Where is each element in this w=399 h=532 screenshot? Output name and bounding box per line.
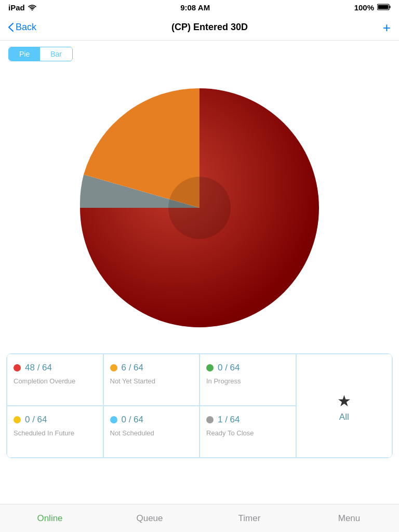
dot-orange <box>110 364 117 371</box>
card-value-scheduled-future: 0 / 64 <box>25 415 47 425</box>
page-title: (CP) Entered 30D <box>171 22 248 33</box>
status-left: iPad <box>8 3 36 12</box>
carrier-label: iPad <box>8 3 25 12</box>
back-button[interactable]: Back <box>8 22 36 33</box>
dot-gray <box>206 416 214 423</box>
card-label-completion-overdue: Completion Overdue <box>14 377 75 386</box>
pie-chart <box>70 78 329 338</box>
svg-point-4 <box>168 177 231 239</box>
card-value-in-progress: 0 / 64 <box>218 363 240 373</box>
battery-icon <box>377 3 391 12</box>
wifi-icon <box>28 3 36 12</box>
svg-rect-2 <box>390 6 391 8</box>
battery-label: 100% <box>354 3 374 12</box>
card-label-not-yet-started: Not Yet Started <box>110 377 155 386</box>
card-label-in-progress: In Progress <box>206 377 241 386</box>
status-right: 100% <box>354 3 391 12</box>
card-value-not-yet-started: 6 / 64 <box>122 363 144 373</box>
tab-menu[interactable]: Menu <box>299 504 399 532</box>
segment-pie[interactable]: Pie <box>9 47 40 61</box>
chart-area <box>0 68 399 353</box>
dot-teal <box>110 416 117 423</box>
status-time: 9:08 AM <box>180 3 210 12</box>
svg-rect-3 <box>378 5 389 9</box>
card-in-progress[interactable]: 0 / 64 In Progress <box>200 354 296 406</box>
dot-yellow <box>14 416 21 423</box>
star-icon: ★ <box>337 392 351 410</box>
card-all[interactable]: ★ All <box>296 354 393 458</box>
card-label-ready-to-close: Ready To Close <box>206 429 254 438</box>
segment-bar[interactable]: Bar <box>40 47 72 61</box>
tab-queue[interactable]: Queue <box>100 504 200 532</box>
dot-red <box>14 364 21 371</box>
tab-bar: Online Queue Timer Menu <box>0 504 399 532</box>
all-label: All <box>339 412 349 422</box>
card-not-yet-started[interactable]: 6 / 64 Not Yet Started <box>103 354 200 406</box>
segment-control: Pie Bar <box>8 47 73 61</box>
card-value-not-scheduled: 0 / 64 <box>122 415 144 425</box>
card-label-scheduled-future: Scheduled In Future <box>14 429 74 438</box>
tab-timer[interactable]: Timer <box>200 504 299 532</box>
status-bar: iPad 9:08 AM 100% <box>0 0 399 15</box>
card-not-scheduled[interactable]: 0 / 64 Not Scheduled <box>103 406 200 458</box>
tab-online[interactable]: Online <box>0 504 100 532</box>
card-completion-overdue[interactable]: 48 / 64 Completion Overdue <box>7 354 103 406</box>
card-ready-to-close[interactable]: 1 / 64 Ready To Close <box>200 406 296 458</box>
card-scheduled-future[interactable]: 0 / 64 Scheduled In Future <box>7 406 103 458</box>
add-button[interactable]: + <box>383 21 391 34</box>
nav-bar: Back (CP) Entered 30D + <box>0 15 399 41</box>
svg-point-0 <box>31 9 33 10</box>
back-label: Back <box>16 22 36 33</box>
dot-green <box>206 364 214 371</box>
card-value-ready-to-close: 1 / 64 <box>218 415 240 425</box>
card-value-completion-overdue: 48 / 64 <box>25 363 52 373</box>
card-label-not-scheduled: Not Scheduled <box>110 429 154 438</box>
stats-grid: 48 / 64 Completion Overdue 6 / 64 Not Ye… <box>6 353 393 458</box>
